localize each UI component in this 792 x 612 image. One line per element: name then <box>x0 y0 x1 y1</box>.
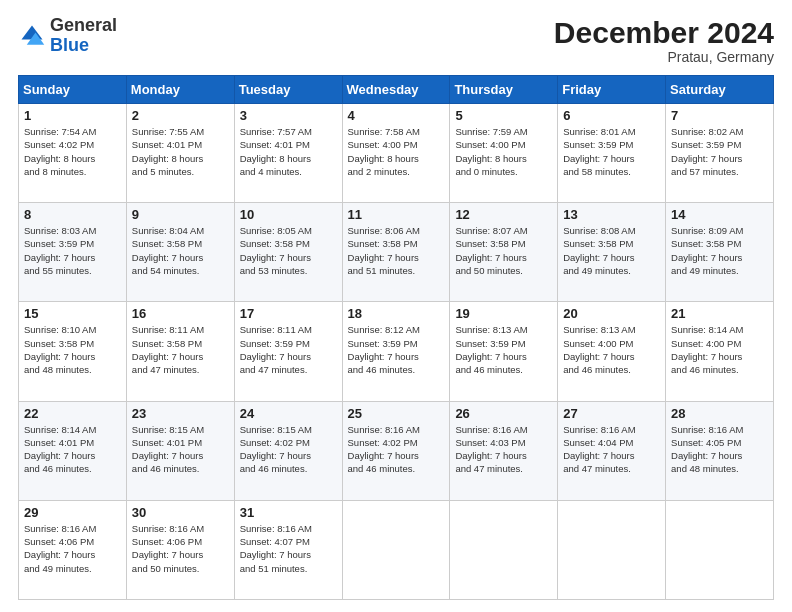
day-number: 23 <box>132 406 229 421</box>
day-cell: 21Sunrise: 8:14 AMSunset: 4:00 PMDayligh… <box>666 302 774 401</box>
day-number: 12 <box>455 207 552 222</box>
day-cell: 13Sunrise: 8:08 AMSunset: 3:58 PMDayligh… <box>558 203 666 302</box>
day-number: 31 <box>240 505 337 520</box>
day-info: Sunrise: 8:16 AMSunset: 4:02 PMDaylight:… <box>348 423 445 476</box>
day-info: Sunrise: 8:15 AMSunset: 4:01 PMDaylight:… <box>132 423 229 476</box>
day-cell: 20Sunrise: 8:13 AMSunset: 4:00 PMDayligh… <box>558 302 666 401</box>
day-number: 19 <box>455 306 552 321</box>
day-info: Sunrise: 7:55 AMSunset: 4:01 PMDaylight:… <box>132 125 229 178</box>
day-number: 29 <box>24 505 121 520</box>
day-cell: 15Sunrise: 8:10 AMSunset: 3:58 PMDayligh… <box>19 302 127 401</box>
day-cell: 17Sunrise: 8:11 AMSunset: 3:59 PMDayligh… <box>234 302 342 401</box>
logo: General Blue <box>18 16 117 56</box>
day-cell: 6Sunrise: 8:01 AMSunset: 3:59 PMDaylight… <box>558 104 666 203</box>
day-number: 30 <box>132 505 229 520</box>
day-info: Sunrise: 8:16 AMSunset: 4:05 PMDaylight:… <box>671 423 768 476</box>
calendar-header-row: SundayMondayTuesdayWednesdayThursdayFrid… <box>19 76 774 104</box>
day-info: Sunrise: 8:01 AMSunset: 3:59 PMDaylight:… <box>563 125 660 178</box>
day-info: Sunrise: 7:59 AMSunset: 4:00 PMDaylight:… <box>455 125 552 178</box>
day-cell: 8Sunrise: 8:03 AMSunset: 3:59 PMDaylight… <box>19 203 127 302</box>
logo-text: General Blue <box>50 16 117 56</box>
day-number: 2 <box>132 108 229 123</box>
week-row-3: 15Sunrise: 8:10 AMSunset: 3:58 PMDayligh… <box>19 302 774 401</box>
day-info: Sunrise: 8:13 AMSunset: 4:00 PMDaylight:… <box>563 323 660 376</box>
day-number: 13 <box>563 207 660 222</box>
day-info: Sunrise: 8:12 AMSunset: 3:59 PMDaylight:… <box>348 323 445 376</box>
day-cell <box>558 500 666 599</box>
week-row-1: 1Sunrise: 7:54 AMSunset: 4:02 PMDaylight… <box>19 104 774 203</box>
day-cell: 11Sunrise: 8:06 AMSunset: 3:58 PMDayligh… <box>342 203 450 302</box>
week-row-4: 22Sunrise: 8:14 AMSunset: 4:01 PMDayligh… <box>19 401 774 500</box>
day-cell: 19Sunrise: 8:13 AMSunset: 3:59 PMDayligh… <box>450 302 558 401</box>
day-info: Sunrise: 8:16 AMSunset: 4:07 PMDaylight:… <box>240 522 337 575</box>
day-cell: 31Sunrise: 8:16 AMSunset: 4:07 PMDayligh… <box>234 500 342 599</box>
day-cell <box>450 500 558 599</box>
day-number: 9 <box>132 207 229 222</box>
day-number: 1 <box>24 108 121 123</box>
day-number: 7 <box>671 108 768 123</box>
day-cell: 28Sunrise: 8:16 AMSunset: 4:05 PMDayligh… <box>666 401 774 500</box>
day-cell: 7Sunrise: 8:02 AMSunset: 3:59 PMDaylight… <box>666 104 774 203</box>
day-cell: 16Sunrise: 8:11 AMSunset: 3:58 PMDayligh… <box>126 302 234 401</box>
day-cell: 3Sunrise: 7:57 AMSunset: 4:01 PMDaylight… <box>234 104 342 203</box>
day-cell: 10Sunrise: 8:05 AMSunset: 3:58 PMDayligh… <box>234 203 342 302</box>
day-cell: 23Sunrise: 8:15 AMSunset: 4:01 PMDayligh… <box>126 401 234 500</box>
day-cell: 5Sunrise: 7:59 AMSunset: 4:00 PMDaylight… <box>450 104 558 203</box>
day-cell: 9Sunrise: 8:04 AMSunset: 3:58 PMDaylight… <box>126 203 234 302</box>
day-number: 17 <box>240 306 337 321</box>
day-info: Sunrise: 7:54 AMSunset: 4:02 PMDaylight:… <box>24 125 121 178</box>
day-number: 26 <box>455 406 552 421</box>
day-info: Sunrise: 8:11 AMSunset: 3:58 PMDaylight:… <box>132 323 229 376</box>
day-info: Sunrise: 8:03 AMSunset: 3:59 PMDaylight:… <box>24 224 121 277</box>
logo-blue: Blue <box>50 35 89 55</box>
logo-general: General <box>50 15 117 35</box>
day-number: 25 <box>348 406 445 421</box>
day-cell: 14Sunrise: 8:09 AMSunset: 3:58 PMDayligh… <box>666 203 774 302</box>
day-number: 22 <box>24 406 121 421</box>
logo-icon <box>18 22 46 50</box>
day-number: 18 <box>348 306 445 321</box>
day-number: 21 <box>671 306 768 321</box>
day-cell <box>342 500 450 599</box>
day-info: Sunrise: 8:14 AMSunset: 4:01 PMDaylight:… <box>24 423 121 476</box>
day-info: Sunrise: 8:04 AMSunset: 3:58 PMDaylight:… <box>132 224 229 277</box>
day-info: Sunrise: 8:13 AMSunset: 3:59 PMDaylight:… <box>455 323 552 376</box>
day-cell: 18Sunrise: 8:12 AMSunset: 3:59 PMDayligh… <box>342 302 450 401</box>
title-block: December 2024 Pratau, Germany <box>554 16 774 65</box>
col-header-friday: Friday <box>558 76 666 104</box>
day-cell: 24Sunrise: 8:15 AMSunset: 4:02 PMDayligh… <box>234 401 342 500</box>
day-number: 3 <box>240 108 337 123</box>
day-info: Sunrise: 8:11 AMSunset: 3:59 PMDaylight:… <box>240 323 337 376</box>
col-header-wednesday: Wednesday <box>342 76 450 104</box>
header: General Blue December 2024 Pratau, Germa… <box>18 16 774 65</box>
day-number: 15 <box>24 306 121 321</box>
day-cell: 26Sunrise: 8:16 AMSunset: 4:03 PMDayligh… <box>450 401 558 500</box>
day-number: 4 <box>348 108 445 123</box>
location-subtitle: Pratau, Germany <box>554 49 774 65</box>
day-number: 28 <box>671 406 768 421</box>
day-info: Sunrise: 7:57 AMSunset: 4:01 PMDaylight:… <box>240 125 337 178</box>
day-number: 14 <box>671 207 768 222</box>
day-info: Sunrise: 8:14 AMSunset: 4:00 PMDaylight:… <box>671 323 768 376</box>
day-info: Sunrise: 8:16 AMSunset: 4:04 PMDaylight:… <box>563 423 660 476</box>
day-cell <box>666 500 774 599</box>
day-cell: 2Sunrise: 7:55 AMSunset: 4:01 PMDaylight… <box>126 104 234 203</box>
day-cell: 27Sunrise: 8:16 AMSunset: 4:04 PMDayligh… <box>558 401 666 500</box>
col-header-sunday: Sunday <box>19 76 127 104</box>
day-number: 20 <box>563 306 660 321</box>
day-cell: 30Sunrise: 8:16 AMSunset: 4:06 PMDayligh… <box>126 500 234 599</box>
col-header-monday: Monday <box>126 76 234 104</box>
day-number: 6 <box>563 108 660 123</box>
day-info: Sunrise: 8:05 AMSunset: 3:58 PMDaylight:… <box>240 224 337 277</box>
day-cell: 4Sunrise: 7:58 AMSunset: 4:00 PMDaylight… <box>342 104 450 203</box>
day-info: Sunrise: 8:09 AMSunset: 3:58 PMDaylight:… <box>671 224 768 277</box>
day-number: 5 <box>455 108 552 123</box>
day-info: Sunrise: 8:07 AMSunset: 3:58 PMDaylight:… <box>455 224 552 277</box>
day-number: 27 <box>563 406 660 421</box>
day-info: Sunrise: 8:02 AMSunset: 3:59 PMDaylight:… <box>671 125 768 178</box>
day-info: Sunrise: 8:16 AMSunset: 4:03 PMDaylight:… <box>455 423 552 476</box>
day-info: Sunrise: 8:06 AMSunset: 3:58 PMDaylight:… <box>348 224 445 277</box>
week-row-2: 8Sunrise: 8:03 AMSunset: 3:59 PMDaylight… <box>19 203 774 302</box>
page: General Blue December 2024 Pratau, Germa… <box>0 0 792 612</box>
day-cell: 25Sunrise: 8:16 AMSunset: 4:02 PMDayligh… <box>342 401 450 500</box>
